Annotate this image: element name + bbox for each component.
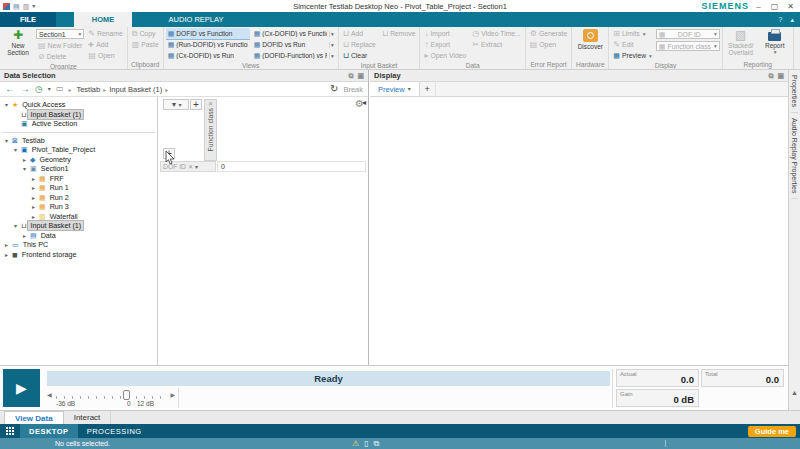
expander-icon[interactable]: ▸ xyxy=(21,156,28,163)
tab-home[interactable]: HOME xyxy=(74,12,132,27)
refresh-icon[interactable]: ↻ xyxy=(330,84,338,94)
restore-button[interactable]: ↻Restore xyxy=(796,28,800,49)
basket-add-button[interactable]: ⊔Add xyxy=(341,28,378,39)
close-icon[interactable]: ✕ xyxy=(188,164,193,170)
panel-float-icon[interactable]: ⧉ xyxy=(768,72,773,79)
side-tab-audio-replay-properties[interactable]: Audio Replay Properties xyxy=(791,113,798,200)
panel-maximize-icon[interactable]: ▣ xyxy=(777,72,784,79)
expander-icon[interactable]: ▾ xyxy=(3,137,10,144)
expander-icon[interactable]: ▾ xyxy=(12,146,19,153)
forward-icon[interactable]: → xyxy=(20,84,30,94)
generate-report-button[interactable]: ⚙Generate xyxy=(528,28,570,39)
tab-audio-replay[interactable]: AUDIO REPLAY xyxy=(150,12,242,27)
expander-icon[interactable]: ▸ xyxy=(30,175,37,182)
edit-button[interactable]: ✎Edit xyxy=(611,39,654,50)
maximize-button[interactable]: ▢ xyxy=(768,2,781,11)
close-button[interactable]: ✕ xyxy=(784,2,797,11)
computer-icon[interactable]: ▭ xyxy=(56,85,64,93)
tab-desktop[interactable]: DESKTOP xyxy=(20,424,78,438)
export-button[interactable]: ↑Export xyxy=(422,39,468,50)
extract-button[interactable]: ✂Extract xyxy=(470,39,523,50)
tree-item-active-section[interactable]: ▣Active Section xyxy=(0,119,157,129)
tree-item-this-pc[interactable]: ▸▭This PC xyxy=(0,240,157,250)
expander-icon[interactable]: ▸ xyxy=(30,213,37,220)
play-button[interactable]: ▶ xyxy=(3,369,40,407)
tree-item-run-3[interactable]: ▸▦Run 3 xyxy=(0,202,157,212)
expander-icon[interactable]: ▾ xyxy=(21,165,28,172)
tree-item-section1[interactable]: ▾▣Section1 xyxy=(0,164,157,174)
breadcrumb-segment-testlab[interactable]: Testlab xyxy=(76,85,100,94)
collapse-ribbon-icon[interactable]: ▴ xyxy=(790,16,794,24)
chevron-down-icon[interactable]: ▾ xyxy=(329,31,334,37)
tree-item-pivot-table-project[interactable]: ▾▣Pivot_Table_Project xyxy=(0,145,157,155)
expander-icon[interactable]: ▾ xyxy=(12,222,19,229)
function-class-column-tab[interactable]: ✕ Function class xyxy=(204,99,217,161)
panel-float-icon[interactable]: ⧉ xyxy=(348,72,353,79)
view-dofid-vs-run[interactable]: ▦DOFID vs Run▾ xyxy=(252,39,336,50)
pivot-filter-button[interactable]: ▼ ▾ xyxy=(163,99,189,110)
tree-item-frf[interactable]: ▸▦FRF xyxy=(0,174,157,184)
tree-item-waterfall[interactable]: ▸▥Waterfall xyxy=(0,212,157,222)
expander-icon[interactable]: ▸ xyxy=(3,251,10,258)
preview-button[interactable]: ▦Preview▾ xyxy=(611,50,654,61)
import-button[interactable]: ↓Import xyxy=(422,28,468,39)
paste-button[interactable]: ▥Paste xyxy=(130,39,161,50)
tree-item-quick-access[interactable]: ▾★Quick Access xyxy=(0,100,157,110)
section-selector[interactable]: Section1▾ xyxy=(36,29,84,39)
gear-icon[interactable]: ⚙ xyxy=(355,99,364,109)
dof-id-selector[interactable]: ▦DOF ID▾ xyxy=(656,29,720,39)
view-cx-dofid-vs-function[interactable]: ▦(Cx-DOFID) vs Function▾ xyxy=(252,28,336,39)
history-caret-icon[interactable]: ▾ xyxy=(48,86,51,92)
tree-item-frontend-storage[interactable]: ▸◼Frontend storage xyxy=(0,250,157,260)
slider-decrease-icon[interactable]: ◀ xyxy=(47,392,52,398)
rename-button[interactable]: ✎Rename xyxy=(86,28,124,39)
chevron-down-icon[interactable]: ▾ xyxy=(329,53,334,59)
expander-icon[interactable]: ▸ xyxy=(3,241,10,248)
expander-icon[interactable]: ▸ xyxy=(21,232,28,239)
basket-replace-button[interactable]: ⊔Replace xyxy=(341,39,378,50)
guide-me-button[interactable]: Guide me xyxy=(748,426,796,437)
expand-panel-icon[interactable]: ▲ xyxy=(791,389,798,396)
breadcrumb-segment-input-basket-1[interactable]: Input Basket (1) xyxy=(109,85,162,94)
tab-preview[interactable]: Preview ▾ xyxy=(370,82,420,96)
limits-button[interactable]: ⊞Limits▾ xyxy=(611,28,654,39)
tab-processing[interactable]: PROCESSING xyxy=(78,424,151,438)
tab-file[interactable]: FILE xyxy=(0,12,56,27)
report-button[interactable]: Report▾ xyxy=(759,28,791,56)
discover-button[interactable]: Discover xyxy=(574,28,606,50)
basket-clear-button[interactable]: ⊔Clear xyxy=(341,50,378,61)
minimize-button[interactable]: – xyxy=(752,2,765,11)
open-button[interactable]: ▤Open xyxy=(86,50,124,61)
view-cx-dofid-vs-run[interactable]: ▦(Cx-DOFID) vs Run xyxy=(166,50,250,61)
open-report-button[interactable]: ▤Open xyxy=(528,39,570,50)
tree-item-testlab[interactable]: ▾⊠Testlab xyxy=(0,136,157,146)
tab-view-data[interactable]: View Data xyxy=(4,411,64,424)
expander-icon[interactable]: ▸ xyxy=(30,194,37,201)
stacked-overlaid-button[interactable]: ▧Stacked/ Overlaid xyxy=(725,28,757,56)
tab-interact[interactable]: Interact xyxy=(64,411,112,424)
panel-maximize-icon[interactable]: ▣ xyxy=(357,72,364,79)
expander-icon[interactable]: ▸ xyxy=(30,203,37,210)
tree-item-run-1[interactable]: ▸▦Run 1 xyxy=(0,183,157,193)
slider-handle[interactable] xyxy=(123,390,130,400)
tree-item-data[interactable]: ▸▤Data xyxy=(0,231,157,241)
tree-item-geometry[interactable]: ▸◆Geometry xyxy=(0,155,157,165)
side-tab-properties[interactable]: Properties xyxy=(791,70,798,113)
add-button[interactable]: ✚Add xyxy=(86,39,124,50)
warning-icon[interactable]: ⚠ xyxy=(352,440,359,448)
tree-item-input-basket-1[interactable]: ⊔Input Basket (1) xyxy=(0,110,157,120)
apps-grid-button[interactable] xyxy=(0,424,20,438)
history-icon[interactable]: ◷ xyxy=(35,85,43,94)
new-folder-button[interactable]: ▤New Folder xyxy=(36,40,84,51)
slider-increase-icon[interactable]: ▶ xyxy=(170,392,175,398)
tree-item-run-2[interactable]: ▸▦Run 2 xyxy=(0,193,157,203)
pivot-cell[interactable]: 0 xyxy=(217,161,366,172)
help-icon[interactable]: ? xyxy=(779,16,783,23)
back-icon[interactable]: ← xyxy=(5,84,15,94)
view-dofid-vs-function[interactable]: ▦DOFID vs Function xyxy=(166,28,250,39)
trash-icon[interactable]: ▯ xyxy=(364,440,368,448)
copy-button[interactable]: ⧉Copy xyxy=(130,28,161,39)
function-class-selector[interactable]: ▦Function class▾ xyxy=(656,41,720,51)
view-dofid-function-vs-run[interactable]: ▦(DOFID-Function) vs Run▾ xyxy=(252,50,336,61)
gain-slider[interactable]: ◀ ▶ -36 dB 0 12 dB xyxy=(47,390,175,408)
